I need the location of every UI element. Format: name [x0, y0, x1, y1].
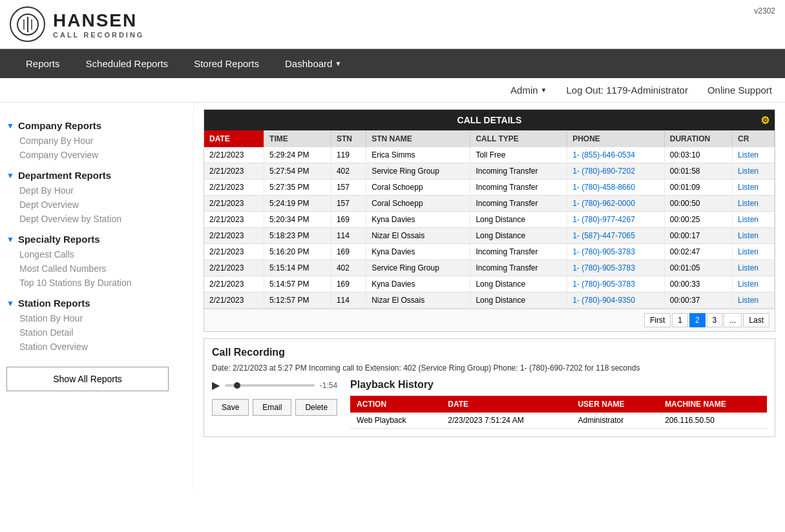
pagination-first[interactable]: First	[644, 313, 671, 327]
phone-link[interactable]: 1- (587)-447-7065	[567, 228, 665, 244]
table-row: 2/21/20235:24:19 PM157Coral SchoeppIncom…	[204, 196, 775, 212]
nav-reports[interactable]: Reports	[13, 49, 73, 78]
action-buttons: Save Email Delete	[212, 399, 337, 416]
phone-link[interactable]: 1- (780)-690-7202	[567, 163, 665, 179]
recording-title: Call Recording	[212, 347, 767, 358]
listen-link[interactable]: Listen	[732, 292, 774, 309]
cell-6: 00:00:25	[664, 212, 732, 228]
listen-link[interactable]: Listen	[732, 244, 774, 260]
pagination-ellipsis[interactable]: ...	[724, 313, 742, 327]
listen-link[interactable]: Listen	[732, 276, 774, 292]
sidebar-category-company[interactable]: ▼ Company Reports	[6, 120, 187, 131]
save-button[interactable]: Save	[212, 399, 249, 416]
logout-link[interactable]: Log Out: 1179-Administrator	[566, 85, 687, 96]
cell-3: Kyna Davies	[366, 244, 470, 260]
col-header-stn-name: STN NAME	[366, 130, 470, 147]
cell-6: 00:01:58	[664, 163, 732, 179]
nav-stored-reports[interactable]: Stored Reports	[181, 49, 272, 78]
phone-link[interactable]: 1- (780)-905-3783	[567, 260, 665, 276]
cell-6: 00:01:05	[664, 260, 732, 276]
sidebar-item-dept-overview[interactable]: Dept Overview	[6, 198, 187, 212]
pagination-page-1[interactable]: 1	[672, 313, 688, 327]
cell-4: Incoming Transfer	[470, 163, 567, 179]
sidebar-item-most-called[interactable]: Most Called Numbers	[6, 261, 187, 276]
cell-6: 00:02:47	[664, 244, 732, 260]
pagination-page-3[interactable]: 3	[707, 313, 723, 327]
cell-3: Coral Schoepp	[366, 196, 470, 212]
cell-4: Incoming Transfer	[470, 260, 567, 276]
cell-2: 114	[331, 228, 366, 244]
cell-2: 402	[331, 163, 366, 179]
nav-scheduled-reports[interactable]: Scheduled Reports	[73, 49, 182, 78]
delete-button[interactable]: Delete	[295, 399, 337, 416]
table-row: 2/21/20235:27:54 PM402Service Ring Group…	[204, 163, 775, 179]
sidebar-item-longest-calls[interactable]: Longest Calls	[6, 247, 187, 261]
listen-link[interactable]: Listen	[732, 179, 774, 196]
cell-0: 2/21/2023	[204, 212, 264, 228]
sidebar-category-station[interactable]: ▼ Station Reports	[6, 298, 187, 309]
phone-link[interactable]: 1- (780)-458-8660	[567, 179, 665, 196]
version-label: v2302	[754, 6, 775, 15]
sidebar-item-company-overview[interactable]: Company Overview	[6, 148, 187, 162]
cell-2: 157	[331, 179, 366, 196]
call-details-panel: CALL DETAILS ⚙ DATETIMESTNSTN NAMECALL T…	[204, 109, 775, 332]
online-support-link[interactable]: Online Support	[707, 85, 772, 96]
audio-player: ▶ -1:54	[212, 379, 337, 391]
sidebar-item-station-overview[interactable]: Station Overview	[6, 340, 187, 354]
cell-6: 00:03:10	[664, 147, 732, 163]
sidebar-item-company-by-hour[interactable]: Company By Hour	[6, 134, 187, 148]
cell-0: 2/21/2023	[204, 147, 264, 163]
cell-6: 00:00:50	[664, 196, 732, 212]
phone-link[interactable]: 1- (780)-905-3783	[567, 244, 665, 260]
listen-link[interactable]: Listen	[732, 163, 774, 179]
playback-cell-0: Web Playback	[350, 413, 441, 429]
nav-dashboard[interactable]: Dashboard ▼	[272, 49, 354, 78]
phone-link[interactable]: 1- (780)-904-9350	[567, 292, 665, 309]
phone-link[interactable]: 1- (780)-905-3783	[567, 276, 665, 292]
sidebar-item-station-detail[interactable]: Station Detail	[6, 325, 187, 340]
playback-history-title: Playback History	[350, 379, 767, 391]
listen-link[interactable]: Listen	[732, 147, 774, 163]
specialty-arrow-icon: ▼	[6, 235, 14, 244]
pagination-page-2[interactable]: 2	[689, 313, 706, 327]
admin-link[interactable]: Admin ▼	[510, 85, 547, 96]
call-details-header: CALL DETAILS ⚙	[204, 110, 775, 130]
listen-link[interactable]: Listen	[732, 196, 774, 212]
cell-3: Coral Schoepp	[366, 179, 470, 196]
cell-6: 00:01:09	[664, 179, 732, 196]
progress-bar[interactable]	[225, 384, 315, 387]
progress-dot[interactable]	[234, 382, 240, 389]
sidebar-item-station-by-hour[interactable]: Station By Hour	[6, 311, 187, 325]
cell-3: Service Ring Group	[366, 260, 470, 276]
pagination-last[interactable]: Last	[743, 313, 769, 327]
navbar: Reports Scheduled Reports Stored Reports…	[0, 49, 785, 78]
cell-0: 2/21/2023	[204, 196, 264, 212]
listen-link[interactable]: Listen	[732, 228, 774, 244]
play-button[interactable]: ▶	[212, 379, 220, 391]
sidebar-category-department[interactable]: ▼ Department Reports	[6, 170, 187, 181]
cell-0: 2/21/2023	[204, 244, 264, 260]
recording-lower: ▶ -1:54 Save Email Delete Playback Histo…	[212, 379, 767, 429]
gear-icon[interactable]: ⚙	[760, 114, 769, 127]
phone-link[interactable]: 1- (780)-977-4267	[567, 212, 665, 228]
table-row: 2/21/20235:29:24 PM119Erica SimmsToll Fr…	[204, 147, 775, 163]
cell-2: 169	[331, 244, 366, 260]
phone-link[interactable]: 1- (855)-646-0534	[567, 147, 665, 163]
playback-cell-1: 2/23/2023 7:51:24 AM	[441, 413, 571, 429]
sidebar: ▼ Company Reports Company By Hour Compan…	[0, 103, 194, 490]
cell-1: 5:14:57 PM	[264, 276, 331, 292]
email-button[interactable]: Email	[253, 399, 291, 416]
phone-link[interactable]: 1- (780)-962-0000	[567, 196, 665, 212]
cell-1: 5:12:57 PM	[264, 292, 331, 309]
playback-col-machine-name: MACHINE NAME	[658, 396, 767, 413]
logo-sub: CALL RECORDING	[53, 31, 144, 39]
logo-text: HANSEN CALL RECORDING	[53, 10, 144, 39]
listen-link[interactable]: Listen	[732, 212, 774, 228]
listen-link[interactable]: Listen	[732, 260, 774, 276]
cell-2: 402	[331, 260, 366, 276]
sidebar-category-specialty[interactable]: ▼ Specialty Reports	[6, 234, 187, 245]
show-all-reports-button[interactable]: Show All Reports	[6, 367, 169, 391]
sidebar-item-dept-by-hour[interactable]: Dept By Hour	[6, 183, 187, 198]
sidebar-item-top10-stations[interactable]: Top 10 Stations By Duration	[6, 276, 187, 290]
sidebar-item-dept-overview-station[interactable]: Dept Overview by Station	[6, 212, 187, 226]
